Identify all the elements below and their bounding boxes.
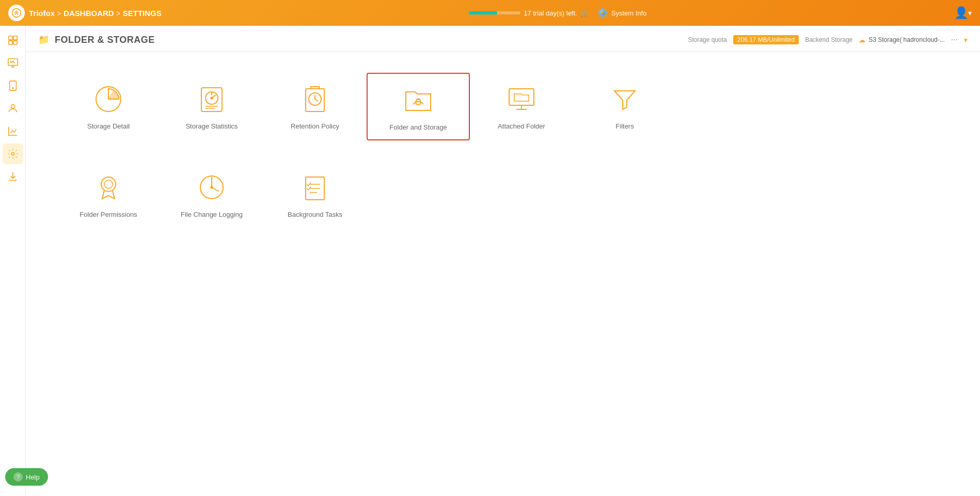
svg-rect-23 xyxy=(509,89,534,105)
grid-row-1: Storage Detail xyxy=(57,73,949,140)
trial-progress-fill xyxy=(469,11,497,14)
sidebar-item-users[interactable] xyxy=(3,98,23,119)
sidebar-item-settings[interactable] xyxy=(3,143,23,164)
svg-point-31 xyxy=(211,186,213,188)
svg-rect-2 xyxy=(13,36,17,40)
svg-point-15 xyxy=(211,97,213,99)
background-tasks-label: Background Tasks xyxy=(288,211,342,218)
brand-text: Triofox > DASHBOARD > SETTINGS xyxy=(29,9,162,18)
folder-icon: 📁 xyxy=(38,34,50,45)
svg-rect-5 xyxy=(8,59,17,66)
svg-point-8 xyxy=(11,105,14,108)
file-change-logging-icon xyxy=(194,169,230,205)
filters-icon xyxy=(607,81,643,117)
svg-point-7 xyxy=(12,88,13,89)
sidebar xyxy=(0,26,26,496)
svg-rect-3 xyxy=(8,41,12,44)
grid-item-storage-detail[interactable]: Storage Detail xyxy=(57,73,160,140)
folder-permissions-icon xyxy=(90,169,127,205)
storage-detail-icon xyxy=(90,81,127,117)
retention-policy-label: Retention Policy xyxy=(291,122,339,130)
svg-point-27 xyxy=(104,180,113,188)
grid-item-file-change-logging[interactable]: File Change Logging xyxy=(160,161,263,227)
backend-storage-label: Backend Storage xyxy=(805,36,852,43)
user-dropdown-arrow[interactable]: ▾ xyxy=(968,9,972,17)
settings-grid: Storage Detail xyxy=(26,52,980,247)
storage-statistics-icon xyxy=(194,81,230,117)
page-title-wrap: 📁 FOLDER & STORAGE xyxy=(38,34,155,45)
sidebar-item-devices[interactable] xyxy=(3,75,23,96)
grid-item-filters[interactable]: Filters xyxy=(573,73,676,140)
more-options-button[interactable]: ··· xyxy=(951,35,958,44)
folder-and-storage-icon xyxy=(400,82,436,118)
backend-storage-value: S3 Storage( hadroncloud-... xyxy=(868,36,944,43)
file-change-logging-label: File Change Logging xyxy=(181,211,243,218)
svg-rect-6 xyxy=(9,81,16,90)
trial-progress-bar xyxy=(469,11,520,14)
grid-item-attached-folder[interactable]: Attached Folder xyxy=(470,73,573,140)
svg-point-26 xyxy=(101,177,116,191)
backend-dropdown-arrow[interactable]: ▾ xyxy=(964,36,968,44)
sidebar-item-download[interactable] xyxy=(3,166,23,187)
sidebar-item-monitor[interactable] xyxy=(3,53,23,73)
background-tasks-icon xyxy=(297,169,333,205)
storage-statistics-label: Storage Statistics xyxy=(185,122,238,130)
cart-icon[interactable]: 🛒 xyxy=(580,9,589,17)
header-center: 17 trial day(s) left. 🛒 ⚙️ System Info xyxy=(469,7,646,19)
triofox-logo xyxy=(8,5,25,21)
trial-info: 17 trial day(s) left. 🛒 xyxy=(469,9,588,17)
svg-point-9 xyxy=(11,152,14,155)
sidebar-item-dashboard[interactable] xyxy=(3,30,23,51)
storage-quota-value: 206.17 MB/Unlimited xyxy=(733,35,799,44)
header: Triofox > DASHBOARD > SETTINGS 17 trial … xyxy=(0,0,980,26)
filters-label: Filters xyxy=(615,122,634,130)
folder-permissions-label: Folder Permissions xyxy=(80,211,137,218)
page-header-right: Storage quota 206.17 MB/Unlimited Backen… xyxy=(688,35,968,44)
backend-storage-info: ☁ S3 Storage( hadroncloud-... xyxy=(859,36,944,44)
svg-rect-11 xyxy=(201,88,222,111)
main-layout: 📁 FOLDER & STORAGE Storage quota 206.17 … xyxy=(0,26,980,496)
grid-row-2: Folder Permissions File Change Logging xyxy=(57,161,949,227)
attached-folder-icon xyxy=(503,81,540,117)
help-circle-icon: ? xyxy=(13,472,23,482)
folder-and-storage-label: Folder and Storage xyxy=(389,123,447,131)
grid-item-storage-statistics[interactable]: Storage Statistics xyxy=(160,73,263,140)
help-button[interactable]: ? Help xyxy=(5,468,48,486)
attached-folder-label: Attached Folder xyxy=(498,122,545,130)
gear-icon: ⚙️ xyxy=(597,7,608,19)
s3-icon: ☁ xyxy=(859,36,865,44)
header-left: Triofox > DASHBOARD > SETTINGS xyxy=(8,5,162,21)
trial-text: 17 trial day(s) left. xyxy=(524,9,577,17)
grid-item-retention-policy[interactable]: Retention Policy xyxy=(263,73,367,140)
svg-line-21 xyxy=(315,99,318,101)
page-title: FOLDER & STORAGE xyxy=(55,35,155,45)
content-area: 📁 FOLDER & STORAGE Storage quota 206.17 … xyxy=(26,26,980,496)
grid-item-background-tasks[interactable]: Background Tasks xyxy=(263,161,367,227)
svg-rect-1 xyxy=(8,36,12,40)
system-info-button[interactable]: ⚙️ System Info xyxy=(597,7,647,19)
retention-policy-icon xyxy=(297,81,333,117)
grid-item-folder-and-storage[interactable]: Folder and Storage xyxy=(367,73,470,140)
grid-item-folder-permissions[interactable]: Folder Permissions xyxy=(57,161,160,227)
svg-rect-4 xyxy=(13,41,17,44)
page-header: 📁 FOLDER & STORAGE Storage quota 206.17 … xyxy=(26,26,980,52)
sidebar-item-reports[interactable] xyxy=(3,121,23,141)
header-right: 👤 ▾ xyxy=(954,6,972,20)
user-button[interactable]: 👤 ▾ xyxy=(954,6,972,20)
storage-detail-label: Storage Detail xyxy=(87,122,130,130)
storage-quota-label: Storage quota xyxy=(688,36,726,43)
user-icon: 👤 xyxy=(954,6,968,20)
